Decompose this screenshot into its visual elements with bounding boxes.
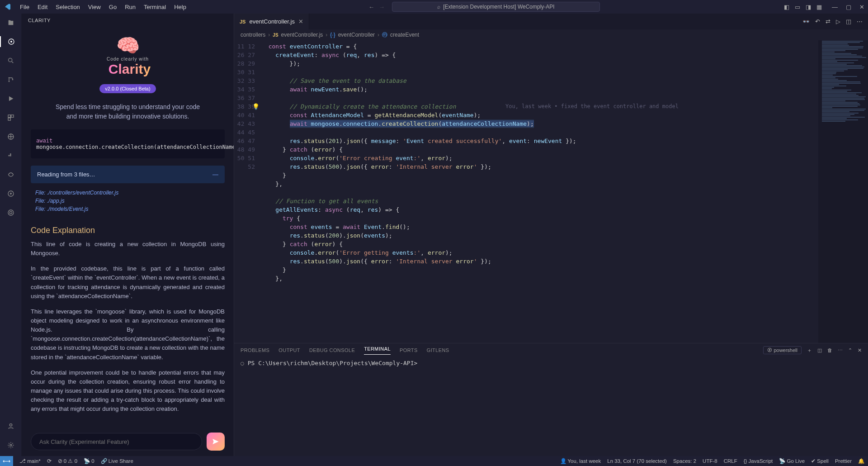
go-live[interactable]: 📡 Go Live (779, 458, 805, 464)
title-bar: File Edit Selection View Go Run Terminal… (0, 0, 868, 14)
notifications-icon[interactable]: 🔔 (858, 458, 864, 464)
run-debug-icon[interactable] (5, 93, 16, 104)
more-icon[interactable]: ⋯ (857, 18, 863, 25)
new-terminal-icon[interactable]: ＋ (807, 347, 812, 354)
layout-sidebar-right-icon[interactable]: ◨ (806, 4, 811, 10)
panel-tab-debug[interactable]: DEBUG CONSOLE (309, 347, 355, 353)
docker-icon[interactable] (5, 150, 16, 161)
maximize-icon[interactable]: ▢ (846, 4, 851, 10)
prettier[interactable]: Prettier (835, 458, 852, 464)
lightbulb-icon[interactable]: 💡 (252, 102, 259, 111)
eol[interactable]: CRLF (724, 458, 737, 464)
kill-terminal-icon[interactable]: 🗑 (827, 347, 832, 353)
nav-forward-icon[interactable]: → (379, 4, 385, 10)
menu-terminal[interactable]: Terminal (140, 2, 170, 12)
layout-sidebar-left-icon[interactable]: ◧ (784, 4, 789, 10)
svg-point-1 (10, 41, 12, 43)
ports-indicator[interactable]: 📡 0 (84, 458, 94, 464)
breadcrumb[interactable]: controllers› JS eventController.js› {∙} … (234, 29, 868, 40)
collapse-icon[interactable]: — (212, 171, 218, 178)
reading-files-card[interactable]: Reading from 3 files… — (31, 166, 225, 183)
command-center[interactable]: ⌕ [Extension Development Host] WeComply-… (392, 2, 600, 12)
extensions-icon[interactable] (5, 112, 16, 123)
glasses-icon[interactable]: 👓 (802, 18, 810, 25)
breadcrumb-item[interactable]: eventController (338, 32, 375, 38)
code-body[interactable]: const eventController = { createEvent: a… (261, 40, 868, 343)
panel-tab-output[interactable]: OUTPUT (278, 347, 300, 353)
send-button[interactable] (207, 433, 225, 451)
layout-customize-icon[interactable]: ▦ (816, 4, 822, 10)
maximize-panel-icon[interactable]: ⌃ (848, 347, 852, 353)
remote-icon[interactable] (5, 131, 16, 142)
terminal[interactable]: ○ PS C:\Users\richm\Desktop\Projects\WeC… (234, 357, 868, 456)
menu-file[interactable]: File (16, 2, 33, 12)
panel-tab-terminal[interactable]: TERMINAL (364, 346, 391, 355)
sync-icon[interactable]: ⟳ (47, 458, 52, 464)
blame-status[interactable]: 👤 You, last week (560, 458, 601, 464)
panel-tab-ports[interactable]: PORTS (400, 347, 418, 353)
search-icon[interactable] (5, 55, 16, 66)
svg-point-4 (8, 81, 9, 82)
diff-icon[interactable]: ⇄ (826, 18, 830, 25)
target-icon[interactable] (5, 207, 16, 218)
menu-view[interactable]: View (85, 2, 104, 12)
panel-tab-problems[interactable]: PROBLEMS (241, 347, 269, 353)
nav-back-icon[interactable]: ← (368, 4, 374, 10)
cursor-position[interactable]: Ln 33, Col 7 (70 selected) (607, 458, 667, 464)
file-item: File: ./controllers/eventController.js (35, 189, 220, 197)
branch-indicator[interactable]: ⎇ main* (19, 458, 41, 464)
panel-tab-gitlens[interactable]: GITLENS (427, 347, 449, 353)
split-editor-icon[interactable]: ◫ (846, 18, 851, 25)
editor-area: JS eventController.js ✕ 👓 ↶ ⇄ ▷ ◫ ⋯ cont… (234, 14, 868, 456)
account-icon[interactable] (5, 421, 16, 432)
problems-indicator[interactable]: ⊘ 0 ⚠ 0 (58, 458, 77, 464)
activity-bar (0, 14, 22, 456)
menu-help[interactable]: Help (170, 2, 190, 12)
settings-gear-icon[interactable] (5, 440, 16, 451)
menu-run[interactable]: Run (121, 2, 139, 12)
run-icon[interactable]: ▷ (836, 18, 840, 25)
code-editor[interactable]: 11 12 26 27 28 29 30 31 32 33 34 35 36 3… (234, 40, 868, 343)
encoding[interactable]: UTF-8 (703, 458, 717, 464)
terminal-shell-selector[interactable]: ⦿ powershell (763, 346, 802, 354)
sidebar-title: CLARITY (22, 14, 234, 27)
reading-label: Reading from 3 files… (37, 171, 95, 178)
split-terminal-icon[interactable]: ◫ (817, 347, 822, 353)
ask-clarity-input[interactable] (31, 433, 202, 450)
minimap[interactable] (818, 40, 868, 343)
breadcrumb-item[interactable]: createEvent (390, 32, 419, 38)
tab-label: eventController.js (249, 18, 294, 25)
explorer-icon[interactable] (5, 17, 16, 28)
vscode-icon (4, 3, 12, 11)
breadcrumb-item[interactable]: controllers (241, 32, 265, 38)
explanation-paragraph: This line of code is creating a new coll… (31, 240, 225, 258)
close-icon[interactable]: ✕ (859, 4, 864, 10)
svg-rect-11 (10, 155, 11, 157)
breadcrumb-item[interactable]: eventController.js (281, 32, 323, 38)
minimize-icon[interactable]: — (832, 4, 838, 10)
menu-selection[interactable]: Selection (52, 2, 83, 12)
svg-point-17 (10, 444, 12, 446)
tab-close-icon[interactable]: ✕ (298, 18, 303, 25)
command-center-text: [Extension Development Host] WeComply-AP… (443, 4, 555, 10)
layout-panel-icon[interactable]: ▭ (795, 4, 800, 10)
clarity-extension-icon[interactable] (0, 36, 22, 47)
indentation[interactable]: Spaces: 2 (673, 458, 696, 464)
close-panel-icon[interactable]: ✕ (858, 347, 862, 353)
menu-edit[interactable]: Edit (34, 2, 51, 12)
source-control-icon[interactable] (5, 74, 16, 85)
api-icon[interactable] (5, 169, 16, 180)
liveshare-indicator[interactable]: 🔗 Live Share (101, 458, 133, 464)
search-icon: ⌕ (437, 4, 440, 10)
remote-indicator[interactable]: ⟷ (0, 456, 13, 466)
language-mode[interactable]: {} JavaScript (744, 458, 773, 464)
tab-eventcontroller[interactable]: JS eventController.js ✕ (234, 14, 309, 29)
more-icon[interactable]: ⋯ (838, 347, 843, 353)
thunder-icon[interactable] (5, 188, 16, 199)
line-gutter: 11 12 26 27 28 29 30 31 32 33 34 35 36 3… (234, 40, 261, 343)
svg-rect-10 (8, 155, 9, 157)
revert-icon[interactable]: ↶ (815, 18, 820, 25)
explanation-heading: Code Explanation (31, 226, 225, 235)
spell-check[interactable]: ✔ Spell (811, 458, 829, 464)
menu-go[interactable]: Go (105, 2, 120, 12)
